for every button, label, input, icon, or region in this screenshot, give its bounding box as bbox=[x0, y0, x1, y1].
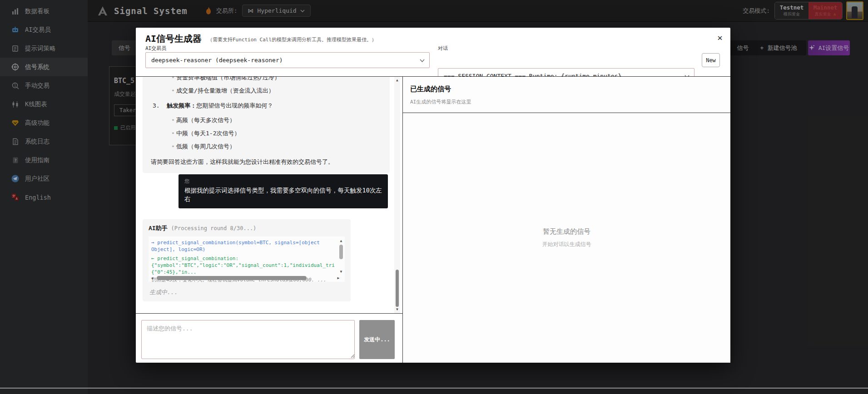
scrollbar-thumb[interactable] bbox=[396, 270, 399, 307]
tool-result-line: {"0":45},"in... bbox=[151, 269, 336, 276]
chat-bullet: •高频（每天多次信号） bbox=[170, 116, 382, 125]
tool-call-box: → predict_signal_combination(symbol=BTC,… bbox=[149, 236, 345, 282]
empty-state-subtitle: 开始对话以生成信号 bbox=[542, 241, 591, 248]
signal-description-input[interactable] bbox=[141, 320, 355, 359]
tool-result-line: {"symbol":"BTC","logic":"OR","signal_cou… bbox=[151, 262, 336, 269]
new-conversation-button[interactable]: New bbox=[702, 53, 720, 67]
generated-signals-title: 已生成的信号 bbox=[410, 85, 451, 94]
scroll-up-icon[interactable]: ▲ bbox=[394, 78, 400, 83]
ai-trader-label: AI交易员 bbox=[145, 45, 166, 52]
tool-box-vertical-scrollbar[interactable]: ▲ ▼ bbox=[338, 238, 344, 275]
resize-handle-icon[interactable] bbox=[350, 354, 355, 358]
chat-bullet: •中频（每天1-2次信号） bbox=[170, 129, 382, 138]
chat-scroll-area: •资金费率极端值（市场情绪过热/过冷） •成交量/持仓量激增（资金流入流出） 3… bbox=[136, 77, 402, 313]
chat-bullet: •成交量/持仓量激增（资金流入流出） bbox=[170, 86, 382, 95]
modal-title: AI信号生成器 bbox=[145, 33, 202, 45]
send-button[interactable]: 发送中... bbox=[359, 320, 395, 359]
ai-trader-value: deepseek-reasoner (deepseek-reasoner) bbox=[151, 57, 283, 64]
assistant-sender: AI助手 bbox=[149, 225, 168, 231]
chat-numbered-item: 3. 触发频率：您期望信号出现的频率如何？ bbox=[153, 101, 382, 110]
scroll-down-icon[interactable]: ▼ bbox=[338, 269, 344, 275]
close-icon[interactable]: × bbox=[714, 31, 726, 44]
chat-paragraph: 请简要回答这些方面，这样我就能为您设计出精准有效的交易信号了。 bbox=[151, 158, 382, 167]
empty-state-title: 暂无生成的信号 bbox=[543, 227, 590, 236]
modal-subtitle: （需要支持Function Call的模型来调用分析工具。推理模型效果最佳。） bbox=[208, 36, 377, 43]
chat-vertical-scrollbar[interactable]: ▲ ▼ bbox=[394, 77, 400, 313]
generated-signals-subtitle: AI生成的信号将显示在这里 bbox=[410, 98, 471, 105]
chat-bullet: •资金费率极端值（市场情绪过热/过冷） bbox=[170, 77, 382, 82]
tool-call-line: Object], logic=OR) bbox=[151, 246, 336, 253]
scroll-up-icon[interactable]: ▲ bbox=[338, 238, 344, 244]
user-message: 您 根据我的提示词选择信号类型，我需要多空双向的信号，每天触发10次左右 bbox=[179, 174, 388, 208]
generated-signals-panel: 已生成的信号 AI生成的信号将显示在这里 暂无生成的信号 开始对话以生成信号 bbox=[403, 77, 730, 363]
processing-status: (Processing round 8/30...) bbox=[171, 225, 256, 231]
tool-result-line: ← predict_signal_combination: bbox=[151, 255, 336, 262]
user-message-text: 根据我的提示词选择信号类型，我需要多空双向的信号，每天触发10次左右 bbox=[184, 186, 382, 203]
tool-call-line: → predict_signal_combination(symbol=BTC,… bbox=[151, 239, 336, 246]
scroll-right-icon[interactable]: ▶ bbox=[336, 275, 341, 281]
app-root: 数据看板 AI交易员 提示词策略 信号系统 1 手动交易 K线图表 bbox=[0, 0, 868, 394]
chevron-down-icon bbox=[420, 59, 425, 62]
tool-box-horizontal-scrollbar[interactable]: ◀ ▶ bbox=[149, 275, 341, 281]
ai-trader-select[interactable]: deepseek-reasoner (deepseek-reasoner) bbox=[145, 52, 430, 68]
assistant-processing-message: AI助手 (Processing round 8/30...) → predic… bbox=[143, 219, 351, 301]
conversation-label: 对话 bbox=[438, 45, 448, 52]
scroll-down-icon[interactable]: ▼ bbox=[394, 307, 400, 312]
user-message-sender: 您 bbox=[184, 178, 382, 185]
scroll-left-icon[interactable]: ◀ bbox=[149, 275, 155, 281]
chat-bullet: •低频（每周几次信号） bbox=[170, 142, 382, 151]
empty-state: 暂无生成的信号 开始对话以生成信号 bbox=[403, 113, 730, 363]
assistant-processing-header: AI助手 (Processing round 8/30...) bbox=[149, 224, 345, 232]
ai-signal-generator-modal: AI信号生成器 （需要支持Function Call的模型来调用分析工具。推理模… bbox=[136, 28, 730, 363]
generating-status: 生成中... bbox=[149, 288, 345, 296]
assistant-message: •资金费率极端值（市场情绪过热/过冷） •成交量/持仓量激增（资金流入流出） 3… bbox=[143, 77, 390, 173]
scrollbar-thumb[interactable] bbox=[157, 276, 307, 280]
scrollbar-thumb[interactable] bbox=[339, 245, 343, 259]
input-divider bbox=[136, 313, 402, 314]
